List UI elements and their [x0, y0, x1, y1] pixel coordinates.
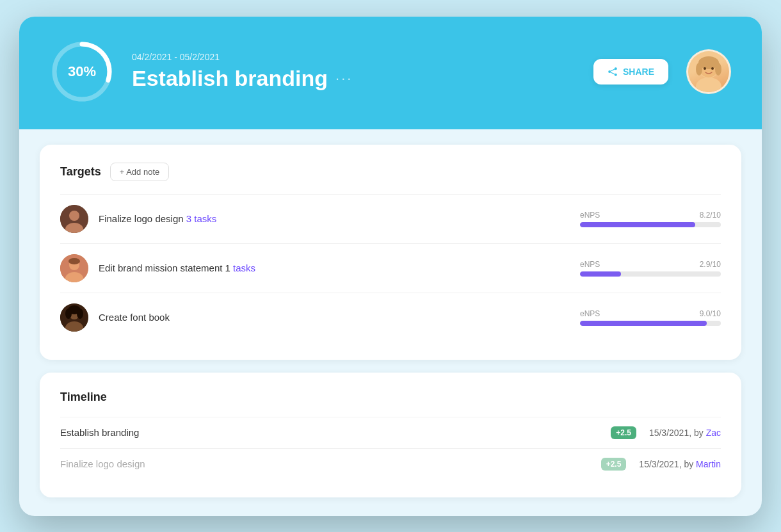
more-options-button[interactable]: ··· — [335, 70, 353, 87]
timeline-card-header: Timeline — [60, 391, 721, 404]
timeline-badge-1: +2.5 — [611, 426, 636, 439]
enps-bar-bg-3 — [580, 321, 721, 326]
enps-bar-fill-1 — [580, 222, 695, 227]
share-label: SHARE — [623, 67, 654, 77]
target-label-1: Finalize logo design 3 tasks — [99, 213, 570, 224]
enps-score-3: 9.0/10 — [700, 309, 721, 318]
svg-point-13 — [704, 67, 706, 70]
target-row: Finalize logo design 3 tasks eNPS 8.2/10 — [60, 194, 721, 243]
timeline-by-name-1: Zac — [706, 428, 721, 438]
header-date: 04/2/2021 - 05/2/2021 — [132, 52, 576, 62]
header-title-row: Establish branding ··· — [132, 66, 576, 91]
timeline-row: Establish branding +2.5 15/3/2021, by Za… — [60, 417, 721, 448]
share-icon — [608, 67, 618, 77]
share-button[interactable]: SHARE — [593, 59, 668, 85]
enps-bar-fill-3 — [580, 321, 707, 326]
svg-point-16 — [69, 211, 79, 221]
enps-label-2: eNPS — [580, 260, 600, 269]
timeline-badge-2: +2.5 — [601, 458, 627, 471]
svg-point-4 — [615, 73, 617, 76]
svg-line-5 — [611, 69, 615, 71]
enps-bar-bg-1 — [580, 222, 721, 227]
target-link-1[interactable]: 3 tasks — [186, 213, 217, 224]
timeline-date-2: 15/3/2021, by Martin — [626, 459, 721, 469]
timeline-row: Finalize logo design +2.5 15/3/2021, by … — [60, 448, 721, 480]
enps-label-1: eNPS — [580, 211, 600, 220]
enps-score-1: 8.2/10 — [700, 211, 721, 220]
svg-point-8 — [696, 77, 721, 92]
timeline-date-1: 15/3/2021, by Zac — [636, 428, 721, 438]
target-avatar-2 — [60, 254, 88, 282]
svg-point-12 — [715, 63, 721, 76]
user-avatar[interactable] — [686, 49, 731, 94]
add-note-button[interactable]: + Add note — [110, 163, 170, 181]
timeline-title: Timeline — [60, 391, 107, 404]
enps-bar-bg-2 — [580, 271, 721, 277]
targets-card: Targets + Add note Finalize logo design … — [40, 145, 741, 360]
target-avatar-3 — [60, 303, 88, 332]
targets-card-header: Targets + Add note — [60, 163, 721, 181]
enps-score-2: 2.9/10 — [700, 260, 721, 269]
timeline-item-label-2: Finalize logo design — [60, 458, 595, 469]
enps-label-3: eNPS — [580, 309, 600, 318]
targets-title: Targets — [60, 165, 101, 179]
progress-circle: 30% — [50, 40, 114, 104]
page-title: Establish branding — [132, 66, 328, 91]
target-link-2[interactable]: tasks — [233, 262, 255, 273]
header-info: 04/2/2021 - 05/2/2021 Establish branding… — [132, 52, 576, 91]
target-avatar-1 — [60, 205, 88, 233]
enps-bar-fill-2 — [580, 271, 621, 277]
timeline-item-label-1: Establish branding — [60, 427, 604, 438]
enps-section-3: eNPS 9.0/10 — [580, 309, 721, 326]
target-row: Create font book eNPS 9.0/10 — [60, 293, 721, 342]
svg-point-26 — [65, 309, 72, 319]
target-label-3: Create font book — [99, 312, 570, 323]
target-label-2: Edit brand mission statement 1 tasks — [99, 262, 570, 273]
svg-point-2 — [615, 67, 617, 70]
svg-point-21 — [68, 258, 80, 264]
svg-point-27 — [77, 309, 83, 319]
progress-percent: 30% — [68, 63, 96, 80]
svg-point-3 — [608, 70, 611, 73]
enps-section-2: eNPS 2.9/10 — [580, 260, 721, 277]
svg-line-6 — [611, 72, 615, 74]
svg-point-14 — [711, 67, 714, 70]
timeline-by-name-2: Martin — [696, 459, 721, 469]
target-row: Edit brand mission statement 1 tasks eNP… — [60, 243, 721, 293]
avatar-image — [688, 51, 729, 92]
header: 30% 04/2/2021 - 05/2/2021 Establish bran… — [19, 17, 762, 129]
app-window: 30% 04/2/2021 - 05/2/2021 Establish bran… — [19, 17, 762, 516]
body-content: Targets + Add note Finalize logo design … — [19, 129, 762, 513]
timeline-card: Timeline Establish branding +2.5 15/3/20… — [40, 373, 741, 497]
enps-section-1: eNPS 8.2/10 — [580, 211, 721, 227]
svg-point-11 — [696, 63, 702, 76]
